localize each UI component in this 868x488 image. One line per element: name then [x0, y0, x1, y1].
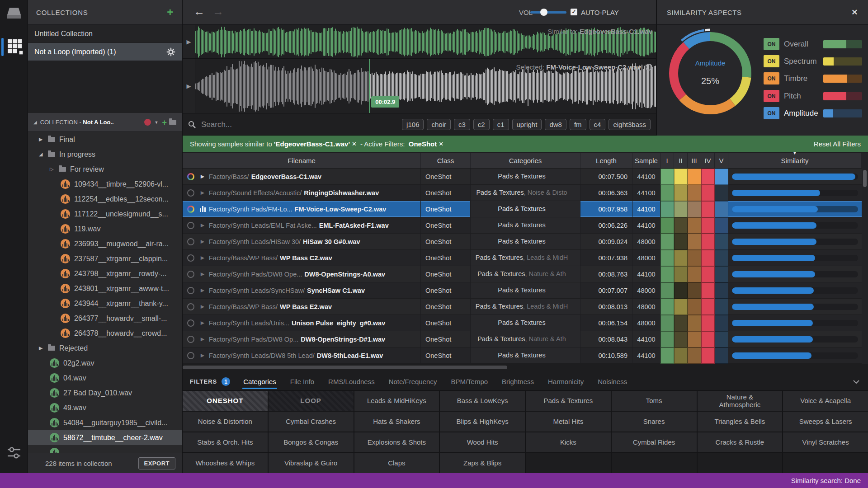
tree-disclosure-icon[interactable]: ▷ — [50, 166, 57, 172]
close-icon[interactable]: ✕ — [851, 8, 858, 17]
category-button[interactable]: Stabs & Orch. Hits — [183, 432, 268, 452]
play-icon[interactable]: ▶ — [199, 255, 206, 261]
collapse-icon[interactable]: ◢ — [33, 120, 37, 125]
aspect-toggle-button[interactable]: ON — [764, 72, 779, 84]
table-row[interactable]: ▶Factory/Bass/WP Bass/WP Bass C2.wavOneS… — [183, 250, 862, 266]
category-button[interactable]: Voice & Acapella — [783, 391, 868, 411]
tree-file-item[interactable]: 27 Bad Day_010.wav — [28, 385, 182, 400]
column-header-v[interactable]: V — [715, 153, 728, 168]
category-button[interactable]: LOOP — [269, 391, 354, 411]
category-button[interactable]: Wood Hits — [440, 432, 525, 452]
category-button[interactable]: Leads & MidHiKeys — [354, 391, 439, 411]
aspect-toggle-button[interactable]: ON — [764, 107, 779, 119]
category-button[interactable]: Nature & Athmospheric — [698, 391, 783, 411]
table-row[interactable]: ▶Factory/Synth Leads/DW8 5th Lead/DW8-5t… — [183, 347, 862, 364]
column-header-categories[interactable]: Categories — [471, 153, 580, 168]
play-icon[interactable]: ▶ — [199, 190, 206, 196]
autoplay-checkbox[interactable]: ✓ — [571, 9, 577, 15]
category-button[interactable]: Vinyl Scratches — [783, 432, 868, 452]
tree-folder-item[interactable]: ▷For review — [28, 162, 182, 177]
aspect-weight-slider[interactable] — [823, 109, 862, 117]
settings-sliders-icon[interactable] — [7, 445, 21, 460]
tree-file-item[interactable]: 02g2.wav — [28, 356, 182, 371]
aspect-weight-slider[interactable] — [823, 92, 862, 100]
category-button[interactable]: Hats & Shakers — [354, 412, 439, 432]
category-button[interactable]: Cymbal Crashes — [269, 412, 354, 432]
tree-folder-item[interactable]: ▶Final — [28, 132, 182, 147]
tree-file-item[interactable] — [28, 445, 182, 453]
reset-all-filters-button[interactable]: Reset All Filters — [814, 140, 861, 148]
collection-tree-header[interactable]: ◢ COLLECTION - Not A Loo.. ▼ + — [28, 113, 182, 132]
play-icon[interactable]: ▶ — [187, 38, 191, 45]
tree-file-item[interactable]: 237587__xtrgamr__clappin... — [28, 251, 182, 266]
tree-file-item[interactable]: 119.wav — [28, 221, 182, 236]
play-icon[interactable]: ▶ — [199, 336, 206, 342]
category-button[interactable]: Cymbal Rides — [612, 432, 697, 452]
scrollbar-thumb[interactable] — [183, 366, 507, 369]
category-button[interactable]: Cracks & Rustle — [698, 432, 783, 452]
category-button[interactable]: Whooshes & Whips — [183, 453, 268, 473]
table-row[interactable]: ▶Factory/Bass/WP Bass/WP Bass E2.wavOneS… — [183, 299, 862, 315]
column-header-filename[interactable]: Filename — [183, 153, 421, 168]
playhead-marker[interactable] — [369, 59, 370, 113]
status-circle-icon[interactable] — [187, 319, 194, 327]
scrollbar-thumb[interactable] — [863, 170, 867, 187]
collection-item[interactable]: Not a Loop (Imported) (1) — [28, 43, 182, 61]
search-tag[interactable]: fm — [570, 119, 586, 130]
tree-file-item[interactable]: 243801__xtrgamr__awww-t... — [28, 281, 182, 296]
remove-class-filter-icon[interactable]: ✕ — [439, 141, 443, 147]
column-header-iii[interactable]: III — [688, 153, 701, 168]
tree-file-item[interactable]: 58672__timtube__cheer-2.wav — [28, 430, 182, 445]
aspect-weight-slider[interactable] — [823, 57, 862, 66]
tree-file-item[interactable]: 117122__unclesigmund__s... — [28, 206, 182, 221]
tab-file-info[interactable]: File Info — [289, 374, 315, 389]
tree-disclosure-icon[interactable]: ◢ — [39, 151, 46, 157]
waveform-play-strip[interactable]: ▶ — [183, 25, 195, 58]
category-button[interactable]: Snares — [612, 412, 697, 432]
aspect-weight-slider[interactable] — [823, 75, 862, 83]
tree-file-item[interactable]: 109434__timbre__52906-vl... — [28, 177, 182, 192]
volume-slider-thumb[interactable] — [540, 9, 547, 16]
gear-icon[interactable] — [166, 47, 175, 56]
status-circle-icon[interactable] — [187, 303, 194, 310]
category-button[interactable]: Toms — [612, 391, 697, 411]
search-tag[interactable]: dw8 — [545, 119, 566, 130]
tab-categories[interactable]: Categories — [242, 374, 277, 389]
aspects-donut-chart[interactable]: Amplitude 25% — [663, 26, 758, 121]
aspect-toggle-button[interactable]: ON — [764, 90, 779, 102]
search-tag[interactable]: c1 — [493, 119, 509, 130]
table-row[interactable]: ▶Factory/Synth Pads/DW8 Ope...DW8-OpenSt… — [183, 266, 862, 282]
category-button[interactable]: Blips & HighKeys — [440, 412, 525, 432]
table-row[interactable]: Factory/Synth Pads/FM-Lo...FM-Voice-Low-… — [183, 201, 862, 217]
table-row[interactable]: ▶Factory/Sound Effects/Acoustic/RingingD… — [183, 185, 862, 201]
search-tag[interactable]: upright — [512, 119, 542, 130]
search-tag[interactable]: c2 — [473, 119, 490, 130]
table-row[interactable]: ▶Factory/Synth Leads/Unis...Unison Pulse… — [183, 315, 862, 331]
library-drive-icon[interactable] — [6, 6, 22, 21]
tree-file-item[interactable]: 112254__edbles__12secon... — [28, 192, 182, 206]
category-button[interactable]: Triangles & Bells — [698, 412, 783, 432]
similarity-ring-icon[interactable] — [187, 206, 194, 213]
search-tag[interactable]: c4 — [590, 119, 606, 130]
category-button[interactable]: Claps — [354, 453, 439, 473]
search-tag[interactable]: c3 — [454, 119, 470, 130]
horizontal-scrollbar[interactable] — [183, 365, 862, 370]
status-circle-icon[interactable] — [187, 336, 194, 343]
similarity-ring-icon[interactable] — [187, 173, 194, 180]
aspect-weight-slider[interactable] — [823, 40, 862, 48]
category-button[interactable]: ONESHOT — [183, 391, 268, 411]
search-tag[interactable]: eight3bass — [609, 119, 651, 130]
back-arrow-icon[interactable]: ← — [193, 5, 205, 18]
search-tag[interactable]: choir — [427, 119, 451, 130]
chevron-down-icon[interactable]: ▼ — [155, 120, 159, 125]
play-icon[interactable]: ▶ — [199, 320, 206, 326]
tab-noisiness[interactable]: Noisiness — [597, 374, 628, 389]
column-header-similarity[interactable]: ▼Similarity — [728, 153, 862, 168]
tree-file-item[interactable]: 243798__xtrgamr__rowdy-... — [28, 266, 182, 281]
search-tag[interactable]: j106 — [402, 119, 424, 130]
tree-file-item[interactable]: 243944__xtrgamr__thank-y... — [28, 296, 182, 311]
category-button[interactable]: Noise & Distortion — [183, 412, 268, 432]
add-collection-button[interactable]: + — [167, 7, 174, 18]
category-button[interactable]: Kicks — [526, 432, 611, 452]
category-button[interactable]: Vibraslap & Guiro — [269, 453, 354, 473]
